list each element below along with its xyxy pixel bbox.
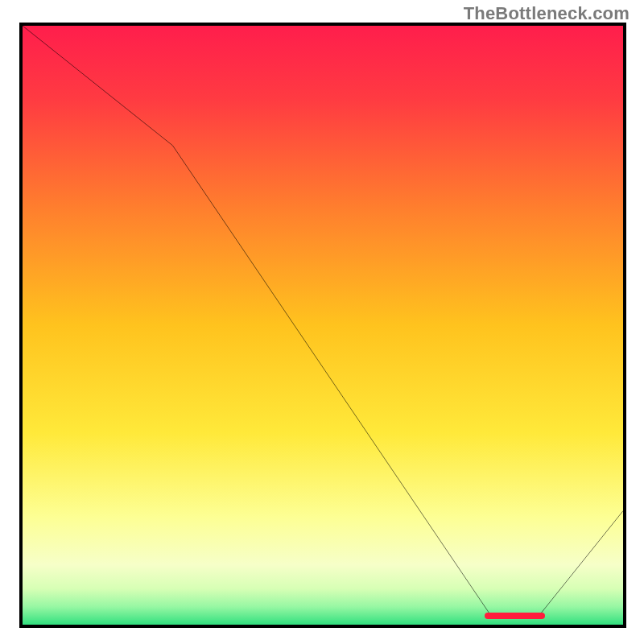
bottleneck-curve xyxy=(23,26,623,616)
curve-overlay xyxy=(23,26,623,625)
chart-container: TheBottleneck.com xyxy=(0,0,644,644)
watermark-text: TheBottleneck.com xyxy=(464,3,630,24)
plot-area xyxy=(19,23,626,628)
bottleneck-marker xyxy=(485,613,545,619)
